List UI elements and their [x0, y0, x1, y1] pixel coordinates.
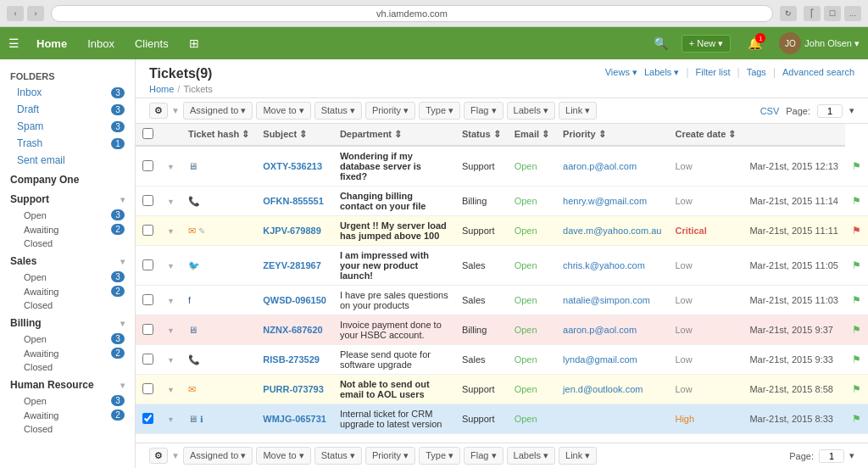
col-subject[interactable]: Subject ⇕	[256, 124, 333, 146]
sidebar-subitem-human-resource-open[interactable]: Open3	[0, 393, 135, 408]
ticket-checkbox-6[interactable]	[142, 354, 153, 365]
col-hash[interactable]: Ticket hash ⇕	[181, 124, 256, 146]
col-priority[interactable]: Priority ⇕	[556, 124, 668, 146]
sidebar-subitem-sales-awaiting[interactable]: Awaiting2	[0, 284, 135, 298]
sidebar-group-support[interactable]: Support ▾	[0, 188, 135, 208]
ticket-checkbox-1[interactable]	[142, 195, 153, 206]
flag-icon[interactable]: ⚑	[852, 294, 861, 306]
sidebar-subitem-support-awaiting[interactable]: Awaiting2	[0, 222, 135, 237]
move-to-button[interactable]: Move to ▾	[256, 102, 310, 120]
share-button[interactable]: ⎡	[804, 6, 821, 21]
bottom-labels-button[interactable]: Labels ▾	[507, 447, 555, 465]
ticket-checkbox-7[interactable]	[142, 383, 153, 394]
sidebar-group-human-resource[interactable]: Human Resource ▾	[0, 374, 135, 393]
bottom-move-to-button[interactable]: Move to ▾	[256, 447, 310, 465]
back-button[interactable]: ‹	[7, 6, 24, 21]
search-icon[interactable]: 🔍	[654, 36, 668, 50]
sidebar-item-sent[interactable]: Sent email	[0, 152, 135, 169]
ticket-checkbox-2[interactable]	[142, 225, 153, 236]
address-bar[interactable]: vh.iamdemo.com	[51, 5, 773, 22]
ticket-checkbox-3[interactable]	[142, 259, 153, 270]
labels-link[interactable]: Labels ▾	[644, 67, 679, 78]
sidebar-subitem-billing-closed[interactable]: Closed	[0, 360, 135, 374]
col-check[interactable]	[136, 124, 160, 146]
notification-bell[interactable]: 🔔 1	[748, 36, 762, 50]
ticket-subject[interactable]: Please send quote for software upgrade	[340, 349, 431, 370]
bottom-assigned-to-button[interactable]: Assigned to ▾	[183, 447, 253, 465]
link-button[interactable]: Link ▾	[559, 102, 597, 120]
ticket-subject[interactable]: Not able to send out email to AOL users	[340, 379, 430, 399]
new-button[interactable]: + New ▾	[682, 35, 732, 53]
bottom-type-button[interactable]: Type ▾	[419, 447, 460, 465]
csv-link[interactable]: CSV	[760, 106, 780, 116]
sidebar-subitem-support-closed[interactable]: Closed	[0, 237, 135, 250]
window-button[interactable]: ☐	[824, 6, 841, 21]
nav-home[interactable]: Home	[33, 37, 70, 50]
col-department[interactable]: Department ⇕	[333, 124, 455, 146]
ticket-hash[interactable]: RISB-273529	[263, 354, 320, 365]
ticket-checkbox-8[interactable]	[142, 413, 153, 424]
user-menu[interactable]: JO John Olsen ▾	[779, 32, 860, 54]
ticket-subject[interactable]: Internal ticket for CRM upgrade to lates…	[340, 409, 442, 429]
sidebar-group-billing[interactable]: Billing ▾	[0, 312, 135, 332]
ticket-hash[interactable]: PURR-073793	[263, 384, 324, 394]
advanced-search-link[interactable]: Advanced search	[782, 67, 854, 77]
ticket-subject[interactable]: I have pre sales questions on your produ…	[340, 290, 448, 310]
flag-icon[interactable]: ⚑	[852, 413, 861, 425]
flag-icon[interactable]: ⚑	[852, 259, 861, 271]
menu-icon[interactable]: ☰	[8, 36, 19, 50]
sidebar-subitem-human-resource-awaiting[interactable]: Awaiting2	[0, 408, 135, 422]
sidebar-item-spam[interactable]: Spam 3	[0, 118, 135, 135]
flag-button[interactable]: Flag ▾	[464, 102, 503, 120]
nav-inbox[interactable]: Inbox	[84, 37, 118, 50]
ticket-hash[interactable]: NZNX-687620	[263, 325, 322, 335]
tags-link[interactable]: Tags	[747, 67, 766, 77]
gear-button[interactable]: ⚙	[149, 103, 168, 119]
more-button[interactable]: …	[844, 6, 861, 21]
sidebar-subitem-sales-closed[interactable]: Closed	[0, 298, 135, 312]
col-status[interactable]: Status ⇕	[455, 124, 508, 146]
col-email[interactable]: Email ⇕	[508, 124, 556, 146]
sidebar-group-sales[interactable]: Sales ▾	[0, 250, 135, 270]
ticket-hash[interactable]: QWSD-096150	[263, 295, 326, 305]
sidebar-item-inbox[interactable]: Inbox 3	[0, 84, 135, 101]
flag-icon[interactable]: ⚑	[852, 160, 861, 172]
priority-button[interactable]: Priority ▾	[365, 102, 415, 120]
forward-button[interactable]: ›	[27, 6, 44, 21]
ticket-subject[interactable]: Wondering if my database server is fixed…	[340, 151, 421, 181]
bottom-gear-button[interactable]: ⚙	[149, 448, 168, 464]
ticket-subject[interactable]: I am impressed with your new product lau…	[340, 250, 429, 281]
flag-icon[interactable]: ⚑	[852, 383, 861, 395]
ticket-checkbox-4[interactable]	[142, 294, 153, 305]
col-date[interactable]: Create date ⇕	[668, 124, 743, 146]
flag-icon[interactable]: ⚑	[852, 354, 861, 365]
flag-icon[interactable]: ⚑	[852, 195, 861, 207]
ticket-hash[interactable]: OFKN-855551	[263, 196, 324, 206]
type-button[interactable]: Type ▾	[419, 102, 460, 120]
ticket-subject[interactable]: Changing billing contact on your file	[340, 191, 426, 211]
views-link[interactable]: Views ▾	[605, 67, 637, 78]
ticket-checkbox-5[interactable]	[142, 324, 153, 335]
refresh-button[interactable]: ↻	[780, 6, 797, 21]
assigned-to-button[interactable]: Assigned to ▾	[183, 102, 253, 120]
bottom-link-button[interactable]: Link ▾	[559, 447, 597, 465]
apps-grid-icon[interactable]: ⊞	[189, 36, 199, 50]
bottom-status-button[interactable]: Status ▾	[314, 447, 362, 465]
sidebar-item-trash[interactable]: Trash 1	[0, 135, 135, 152]
bottom-page-nav[interactable]: ▾	[849, 450, 854, 461]
ticket-subject[interactable]: Invoice payment done to your HSBC accoun…	[340, 320, 442, 340]
bottom-page-input[interactable]	[819, 449, 844, 463]
page-input[interactable]	[817, 104, 843, 118]
ticket-hash[interactable]: OXTY-536213	[263, 161, 322, 171]
ticket-hash[interactable]: ZEYV-281967	[263, 260, 321, 270]
select-all-checkbox[interactable]	[142, 128, 153, 139]
ticket-checkbox-0[interactable]	[142, 160, 153, 171]
breadcrumb-home[interactable]: Home	[149, 84, 174, 94]
flag-icon[interactable]: ⚑	[852, 324, 861, 336]
labels-button[interactable]: Labels ▾	[507, 102, 555, 120]
status-button[interactable]: Status ▾	[314, 102, 362, 120]
filter-list-link[interactable]: Filter list	[696, 67, 731, 77]
sidebar-item-draft[interactable]: Draft 3	[0, 101, 135, 118]
ticket-hash[interactable]: WMJG-065731	[263, 414, 326, 424]
page-nav-arrow[interactable]: ▾	[849, 105, 854, 116]
